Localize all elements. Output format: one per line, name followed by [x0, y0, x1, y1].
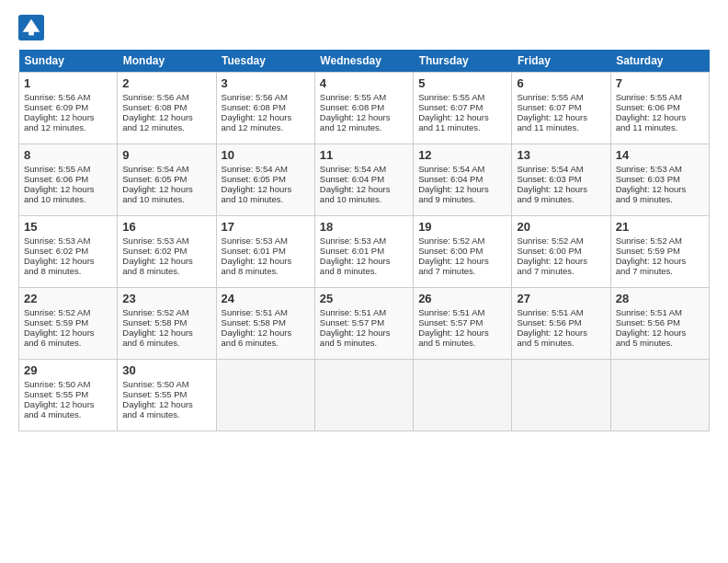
day-info-line: Sunrise: 5:54 AM — [320, 164, 408, 174]
day-info-line: Sunset: 5:56 PM — [517, 317, 605, 327]
day-number: 30 — [122, 363, 210, 377]
day-info-line: and 10 minutes. — [222, 194, 310, 204]
day-number: 11 — [320, 148, 408, 162]
day-info-line: Daylight: 12 hours — [122, 256, 210, 266]
day-info-line: Daylight: 12 hours — [616, 112, 704, 122]
calendar-cell: 19Sunrise: 5:52 AMSunset: 6:00 PMDayligh… — [414, 216, 512, 288]
day-info-line: and 10 minutes. — [122, 194, 210, 204]
day-info-line: Sunrise: 5:51 AM — [517, 307, 605, 317]
day-info-line: Sunrise: 5:51 AM — [616, 307, 704, 317]
day-info-line: Daylight: 12 hours — [222, 184, 310, 194]
day-info-line: and 11 minutes. — [616, 122, 704, 132]
day-info-line: Sunset: 6:05 PM — [122, 174, 210, 184]
day-number: 1 — [24, 76, 112, 90]
calendar-cell: 8Sunrise: 5:55 AMSunset: 6:06 PMDaylight… — [19, 144, 118, 216]
day-info-line: and 7 minutes. — [616, 266, 704, 276]
day-number: 6 — [517, 76, 605, 90]
calendar-cell: 28Sunrise: 5:51 AMSunset: 5:56 PMDayligh… — [610, 288, 709, 360]
day-info-line: Sunset: 5:59 PM — [24, 317, 112, 327]
day-number: 26 — [418, 292, 506, 305]
day-info-line: and 6 minutes. — [122, 338, 210, 348]
day-number: 16 — [122, 220, 210, 234]
col-header-thursday: Thursday — [414, 50, 512, 73]
day-info-line: Sunset: 6:02 PM — [122, 246, 210, 256]
day-info-line: Sunrise: 5:51 AM — [418, 307, 506, 317]
day-info-line: Sunrise: 5:52 AM — [517, 236, 605, 246]
day-info-line: Sunrise: 5:52 AM — [616, 236, 704, 246]
day-info-line: and 9 minutes. — [616, 194, 704, 204]
week-row-0: 1Sunrise: 5:56 AMSunset: 6:09 PMDaylight… — [19, 73, 710, 144]
day-info-line: Daylight: 12 hours — [222, 327, 310, 338]
day-info-line: and 4 minutes. — [122, 409, 210, 419]
day-info-line: Sunset: 5:56 PM — [616, 317, 704, 327]
day-info-line: Sunrise: 5:55 AM — [616, 92, 704, 102]
day-number: 5 — [418, 76, 506, 90]
calendar-cell — [216, 360, 314, 431]
day-info-line: Daylight: 12 hours — [616, 327, 704, 338]
calendar-cell: 20Sunrise: 5:52 AMSunset: 6:00 PMDayligh… — [512, 216, 610, 288]
day-info-line: and 6 minutes. — [24, 338, 112, 348]
week-row-1: 8Sunrise: 5:55 AMSunset: 6:06 PMDaylight… — [19, 144, 710, 216]
calendar-cell: 23Sunrise: 5:52 AMSunset: 5:58 PMDayligh… — [118, 288, 216, 360]
day-number: 3 — [222, 76, 310, 90]
day-info-line: Sunrise: 5:50 AM — [122, 379, 210, 389]
week-row-2: 15Sunrise: 5:53 AMSunset: 6:02 PMDayligh… — [19, 216, 710, 288]
day-info-line: Sunset: 6:02 PM — [24, 246, 112, 256]
day-info-line: Sunset: 6:01 PM — [222, 246, 310, 256]
day-info-line: Sunset: 5:55 PM — [24, 389, 112, 399]
day-info-line: Sunset: 6:07 PM — [418, 102, 506, 112]
calendar-cell: 12Sunrise: 5:54 AMSunset: 6:04 PMDayligh… — [414, 144, 512, 216]
day-number: 19 — [418, 220, 506, 234]
day-info-line: and 12 minutes. — [122, 122, 210, 132]
day-info-line: Sunset: 6:00 PM — [418, 246, 506, 256]
calendar-cell: 16Sunrise: 5:53 AMSunset: 6:02 PMDayligh… — [118, 216, 216, 288]
calendar-cell: 21Sunrise: 5:52 AMSunset: 5:59 PMDayligh… — [610, 216, 709, 288]
day-info-line: and 12 minutes. — [24, 122, 112, 132]
calendar-cell: 7Sunrise: 5:55 AMSunset: 6:06 PMDaylight… — [610, 73, 709, 144]
calendar-cell: 10Sunrise: 5:54 AMSunset: 6:05 PMDayligh… — [216, 144, 314, 216]
day-number: 2 — [122, 76, 210, 90]
day-info-line: Sunrise: 5:53 AM — [24, 236, 112, 246]
day-info-line: Sunrise: 5:55 AM — [517, 92, 605, 102]
calendar-cell: 9Sunrise: 5:54 AMSunset: 6:05 PMDaylight… — [118, 144, 216, 216]
day-info-line: and 5 minutes. — [517, 338, 605, 348]
day-info-line: and 8 minutes. — [320, 266, 408, 276]
day-number: 13 — [517, 148, 605, 162]
calendar-cell: 6Sunrise: 5:55 AMSunset: 6:07 PMDaylight… — [512, 73, 610, 144]
calendar-cell: 3Sunrise: 5:56 AMSunset: 6:08 PMDaylight… — [216, 73, 314, 144]
calendar-cell: 29Sunrise: 5:50 AMSunset: 5:55 PMDayligh… — [19, 360, 118, 431]
day-info-line: and 5 minutes. — [418, 338, 506, 348]
day-info-line: Daylight: 12 hours — [418, 112, 506, 122]
day-info-line: Sunrise: 5:56 AM — [24, 92, 112, 102]
day-number: 24 — [222, 292, 310, 305]
col-header-saturday: Saturday — [610, 50, 709, 73]
calendar-cell — [610, 360, 709, 431]
calendar-body: 1Sunrise: 5:56 AMSunset: 6:09 PMDaylight… — [19, 73, 710, 431]
col-header-wednesday: Wednesday — [314, 50, 413, 73]
day-info-line: Daylight: 12 hours — [616, 256, 704, 266]
day-number: 27 — [517, 292, 605, 305]
day-number: 20 — [517, 220, 605, 234]
week-row-4: 29Sunrise: 5:50 AMSunset: 5:55 PMDayligh… — [19, 360, 710, 431]
day-info-line: Daylight: 12 hours — [418, 256, 506, 266]
col-header-sunday: Sunday — [19, 50, 118, 73]
day-info-line: Sunset: 6:04 PM — [418, 174, 506, 184]
day-info-line: Daylight: 12 hours — [517, 184, 605, 194]
calendar-cell: 27Sunrise: 5:51 AMSunset: 5:56 PMDayligh… — [512, 288, 610, 360]
day-number: 18 — [320, 220, 408, 234]
day-number: 17 — [222, 220, 310, 234]
day-info-line: Sunset: 5:58 PM — [222, 317, 310, 327]
day-info-line: Daylight: 12 hours — [24, 112, 112, 122]
day-info-line: Daylight: 12 hours — [222, 112, 310, 122]
day-info-line: Sunrise: 5:53 AM — [122, 236, 210, 246]
calendar-cell: 5Sunrise: 5:55 AMSunset: 6:07 PMDaylight… — [414, 73, 512, 144]
day-info-line: Sunrise: 5:55 AM — [418, 92, 506, 102]
day-number: 14 — [616, 148, 704, 162]
col-header-friday: Friday — [512, 50, 610, 73]
day-info-line: Sunrise: 5:55 AM — [24, 164, 112, 174]
day-info-line: Daylight: 12 hours — [222, 256, 310, 266]
day-info-line: Sunrise: 5:51 AM — [320, 307, 408, 317]
calendar-cell: 4Sunrise: 5:55 AMSunset: 6:08 PMDaylight… — [314, 73, 413, 144]
day-info-line: Sunrise: 5:52 AM — [122, 307, 210, 317]
day-number: 7 — [616, 76, 704, 90]
